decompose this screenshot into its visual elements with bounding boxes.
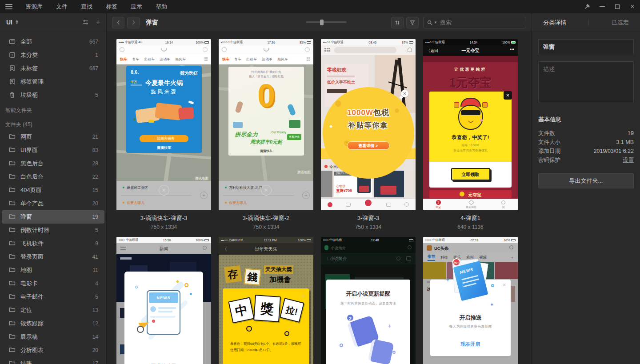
folder-icon <box>9 360 16 364</box>
enable-push-link[interactable]: 现在开启 <box>430 341 511 348</box>
sidebar-folder-item[interactable]: 白色后台22 <box>2 170 104 184</box>
asset-card[interactable]: •○○○○ 中国联通17:3685% 快车专车出租车运动季顺风车 腾讯地图 打开… <box>219 39 313 230</box>
popup-close-icon[interactable]: ✕ <box>301 293 306 299</box>
add-stop-icon[interactable]: + <box>302 192 310 199</box>
popup-close-icon[interactable]: ✕ <box>504 91 512 100</box>
archive-icon <box>9 38 16 45</box>
menu-view[interactable]: 显示 <box>124 0 149 13</box>
pin-icon[interactable] <box>580 0 595 13</box>
menu-find[interactable]: 查找 <box>74 0 99 13</box>
sidebar-folder-item[interactable]: 地图11 <box>2 264 104 277</box>
password-protect-link[interactable]: 设置 <box>623 156 634 164</box>
sidebar-item-trash[interactable]: 垃圾桶 5 <box>2 88 104 102</box>
folder-icon <box>9 147 16 154</box>
thumbnail-uc-popup[interactable]: ••••○ 中国联通02:1862% UC头条 推荐 科技娱乐杭州视频 + <box>423 237 518 364</box>
sidebar-item-untagged[interactable]: 未标签 667 <box>2 62 104 75</box>
sidebar-folder-item[interactable]: 展示稿14 <box>2 330 104 344</box>
sidebar-folder-item[interactable]: UI界面83 <box>2 144 104 157</box>
sidebar-folder-item[interactable]: 弹窗19 <box>2 210 104 224</box>
maximize-button[interactable] <box>610 0 625 13</box>
filter-button[interactable] <box>406 17 419 28</box>
thumbnail-lottery-popup[interactable]: •••○○ CARRIER11:11 PM100% 〈 过年天天乐 存 錢 天天… <box>219 237 313 364</box>
menu-tags[interactable]: 标签 <box>99 0 124 13</box>
folder-description-input[interactable] <box>538 61 634 102</box>
popup-close-icon[interactable]: ✕ <box>159 185 169 196</box>
thumbnail-news-popup[interactable]: ••••○ 中国联通16:56100% 新闻 <box>116 237 211 364</box>
sidebar-folder-item[interactable]: 分析图表20 <box>2 344 104 357</box>
sidebar-folder-item[interactable]: 网页21 <box>2 130 104 144</box>
folder-name-input[interactable] <box>538 39 634 55</box>
moon-cta-button[interactable]: 查看详情 > <box>347 141 390 150</box>
minimize-button[interactable] <box>595 0 610 13</box>
sidebar-item-uncategorized[interactable]: ? 未分类 1 <box>2 48 104 62</box>
thumbnail-didi-popup-3[interactable]: ••••• 中国联通 4G19:14100% 快车专车出租车运动季顺风车 腾讯地… <box>116 39 211 210</box>
didi-ad-popup[interactable]: 8.6. 我为吃狂 千万 今夏最牛火锅 旋风来袭 <box>126 66 202 153</box>
news-illustration: NEWS <box>137 287 190 344</box>
settings-icon <box>203 47 208 52</box>
popup-cta-button[interactable]: 一起涮火锅去 <box>140 135 188 142</box>
tab-selected[interactable]: 已选定 <box>612 19 629 27</box>
tab-category-details[interactable]: 分类详情 <box>543 19 566 27</box>
library-chevrons-icon: ▲▼ <box>15 20 19 25</box>
asset-card[interactable]: ••••• 中国联通 4G19:14100% 快车专车出租车运动季顺风车 腾讯地… <box>116 39 211 230</box>
asset-card[interactable]: •••○○ 中国联通08:4687% 零税狂欢 低价入手不吃土 <box>321 39 416 230</box>
back-button[interactable] <box>112 17 124 28</box>
library-name[interactable]: UI <box>6 19 12 26</box>
sidebar-item-all[interactable]: 全部 667 <box>2 35 104 48</box>
add-stop-icon[interactable]: + <box>200 192 208 199</box>
sidebar-folder-item[interactable]: 登录页面41 <box>2 250 104 264</box>
folder-list: 网页21UI界面83黑色后台28白色后台22404页面15单个产品20弹窗19倒… <box>0 130 106 364</box>
more-icon[interactable]: ••• <box>510 47 514 52</box>
news-popup[interactable]: NEWS 报道的公司 <box>124 272 203 364</box>
thumbnail-shop-popup[interactable]: •••○○ 中国联通08:4687% 零税狂欢 低价入手不吃土 <box>321 39 416 210</box>
sidebar-folder-item[interactable]: 结账17 <box>2 357 104 364</box>
sidebar-folder-item[interactable]: 飞机软件9 <box>2 237 104 250</box>
asset-card[interactable]: ••••○ 中国联通14:34100% 〈返回 一元夺宝 ••• 让优惠更纯粹 … <box>423 39 518 230</box>
news-card-illustration: NEWS HOT + + <box>450 259 494 308</box>
sidebar-folder-item[interactable]: 锻炼跟踪12 <box>2 317 104 330</box>
thumbnail-novel-popup[interactable]: ••••• 中国电信17:48 小说简介 〈 小说简介 <box>321 237 416 364</box>
thumbnail-didi-popup-2[interactable]: •○○○○ 中国联通17:3685% 快车专车出租车运动季顺风车 腾讯地图 打开… <box>219 39 313 210</box>
sidebar-folder-item[interactable]: 倒数计时器5 <box>2 224 104 237</box>
claim-button[interactable]: 立即领取 <box>451 168 490 180</box>
sidebar-item-tag-manager[interactable]: 标签管理 <box>2 75 104 88</box>
asset-card[interactable]: ••••○ 中国联通16:56100% 新闻 <box>116 237 211 364</box>
search-scope-chevron-icon[interactable]: ▼ <box>434 20 437 24</box>
duobao-banner: 元夺宝 <box>429 190 512 198</box>
close-button[interactable]: × <box>625 0 640 13</box>
didi-ad-popup[interactable]: 打开滴滴出行·我的红包 输入「拼尽全力」领取红包 0 拼尽全力 Get Read… <box>228 67 304 156</box>
library-switcher[interactable]: UI ▲▼ + <box>0 13 106 32</box>
sidebar-folder-item[interactable]: 黑色后台28 <box>2 157 104 170</box>
novel-popup[interactable]: 开启小说更新提醒 第一时间掌握更新动态，追更更方便 2 + + 再 <box>326 280 410 364</box>
sidebar-folder-item[interactable]: 电子邮件5 <box>2 290 104 304</box>
sidebar-folder-item[interactable]: 定位13 <box>2 304 104 317</box>
menu-library[interactable]: 资源库 <box>19 0 49 13</box>
prize-popup[interactable]: ✕ 恭喜您，中奖了! 期号：16001 舒适地带纯美芳香身体乳 <box>429 92 512 188</box>
forward-button[interactable] <box>127 17 140 28</box>
sort-button[interactable] <box>391 17 404 28</box>
popup-close-icon[interactable]: ✕ <box>502 282 506 288</box>
popup-close-icon[interactable]: ✕ <box>261 185 272 196</box>
sidebar-folder-item[interactable]: 单个产品20 <box>2 197 104 210</box>
sidebar-folder-item[interactable]: 404页面15 <box>2 184 104 197</box>
moon-popup[interactable]: 1000W包税 补贴等你拿 查看详情 > <box>323 87 414 179</box>
asset-card[interactable]: ••••○ 中国联通02:1862% UC头条 推荐 科技娱乐杭州视频 + <box>423 237 518 364</box>
sidebar-folder-item[interactable]: 电影卡4 <box>2 277 104 290</box>
slider-thumb[interactable] <box>320 20 324 25</box>
popup-close-icon[interactable]: ✕ <box>401 90 408 97</box>
asset-card[interactable]: ••••• 中国电信17:48 小说简介 〈 小说简介 <box>321 237 416 364</box>
menu-help[interactable]: 帮助 <box>149 0 174 13</box>
swap-arrows-icon[interactable] <box>82 20 89 25</box>
prize-popup[interactable]: ✕ 中 獎 拉! 恭喜您，获得68元红包1个。有效期3天，最晚可使用日期：201… <box>223 288 309 364</box>
app-menu-icon[interactable] <box>5 3 12 10</box>
push-popup[interactable]: ✕ NEWS HOT + <box>430 280 511 356</box>
search-box[interactable]: ▼ <box>423 17 526 28</box>
export-folder-button[interactable]: 导出文件夹... <box>538 173 634 188</box>
didi-logo <box>263 48 269 52</box>
add-folder-icon[interactable]: + <box>96 18 100 26</box>
search-input[interactable] <box>440 19 522 26</box>
thumbnail-zoom-slider[interactable] <box>306 20 347 24</box>
menu-file[interactable]: 文件 <box>49 0 74 13</box>
asset-card[interactable]: •••○○ CARRIER11:11 PM100% 〈 过年天天乐 存 錢 天天… <box>219 237 313 364</box>
thumbnail-duobao-popup[interactable]: ••••○ 中国联通14:34100% 〈返回 一元夺宝 ••• 让优惠更纯粹 … <box>423 39 518 210</box>
